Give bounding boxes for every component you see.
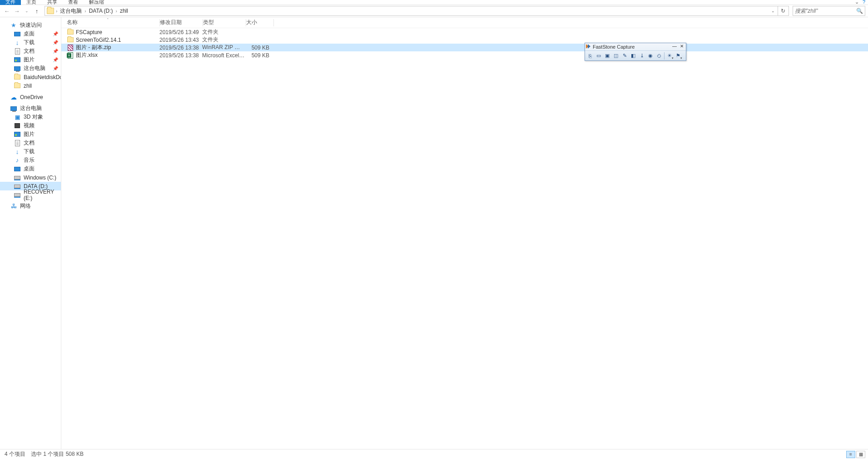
capture-freehand-icon[interactable]: ✎ — [620, 52, 629, 60]
breadcrumb-zhll[interactable]: zhll — [119, 8, 129, 14]
ribbon-help-icon[interactable]: ? — [863, 0, 865, 5]
folder-icon — [14, 75, 20, 80]
capture-window-icon[interactable]: ▭ — [595, 52, 603, 60]
capture-scrolling-icon[interactable]: ⤓ — [638, 52, 646, 60]
sidebar-item-drive-c[interactable]: Windows (C:) — [0, 173, 61, 182]
file-row[interactable]: 图片 - 副本.zip 2019/5/26 13:38 WinRAR ZIP 压… — [61, 44, 868, 51]
capture-fixed-icon[interactable]: ◧ — [629, 52, 637, 60]
picture-icon — [14, 57, 20, 62]
faststone-window[interactable]: FastStone Capture — ✕ ⎘ ▭ ▣ ◫ ✎ ◧ ⤓ ◉ ⏲ … — [585, 43, 686, 61]
column-header-type[interactable]: 类型 — [203, 19, 246, 26]
file-date: 2019/5/26 13:38 — [159, 52, 202, 59]
sidebar-quick-access[interactable]: ★ 快速访问 — [0, 21, 61, 30]
column-separator[interactable] — [273, 19, 274, 26]
up-button[interactable]: ↑ — [33, 7, 41, 15]
excel-icon — [68, 52, 73, 59]
capture-fullscreen-icon[interactable]: ▣ — [603, 52, 611, 60]
search-icon[interactable]: 🔍 — [856, 8, 863, 14]
file-size: 509 KB — [245, 52, 272, 59]
search-input[interactable] — [795, 8, 863, 14]
address-bar[interactable]: › 这台电脑 › DATA (D:) › zhll ⌄ ↻ — [45, 6, 789, 16]
faststone-titlebar[interactable]: FastStone Capture — ✕ — [585, 43, 686, 50]
sidebar-network[interactable]: 🖧 网络 — [0, 202, 61, 210]
sidebar-onedrive[interactable]: ☁ OneDrive — [0, 93, 61, 101]
file-size: 509 KB — [245, 45, 272, 51]
ribbon-tab-home[interactable]: 主页 — [21, 0, 42, 5]
sidebar-item-baidu[interactable]: BaiduNetdiskDo — [0, 73, 61, 81]
sidebar-label: 这台电脑 — [24, 65, 45, 72]
sidebar-label: 文档 — [24, 47, 35, 55]
sidebar-item-3d[interactable]: ▣ 3D 对象 — [0, 113, 61, 121]
close-button[interactable]: ✕ — [679, 43, 685, 49]
column-header-date[interactable]: 修改日期 — [160, 19, 203, 26]
cloud-icon: ☁ — [10, 94, 17, 100]
sidebar-item-videos[interactable]: 视频 — [0, 121, 61, 130]
file-type: 文件夹 — [202, 36, 245, 44]
document-icon — [15, 48, 20, 55]
search-box[interactable]: 🔍 — [793, 6, 865, 16]
breadcrumb-separator-icon[interactable]: › — [84, 9, 86, 14]
document-icon — [15, 140, 20, 146]
sidebar-item-desktop[interactable]: 桌面 📌 — [0, 30, 61, 38]
breadcrumb-separator-icon[interactable]: › — [116, 9, 117, 14]
sidebar-label: Windows (C:) — [24, 175, 56, 181]
file-name: FSCapture — [76, 29, 102, 35]
back-button[interactable]: ← — [3, 7, 11, 15]
ribbon-tab-share[interactable]: 共享 — [42, 0, 63, 5]
sidebar-item-documents[interactable]: 文档 📌 — [0, 47, 61, 55]
sidebar-item-downloads[interactable]: ↓ 下载 — [0, 147, 61, 156]
desktop-icon — [14, 167, 20, 171]
breadcrumb-data-d[interactable]: DATA (D:) — [88, 8, 114, 14]
ribbon-tab-view[interactable]: 查看 — [63, 0, 84, 5]
network-icon: 🖧 — [10, 203, 17, 210]
sidebar-item-documents[interactable]: 文档 — [0, 139, 61, 147]
ribbon-tab-file[interactable]: 文件 — [0, 0, 21, 5]
minimize-button[interactable]: — — [671, 43, 678, 49]
settings-icon[interactable]: ⚑ — [674, 52, 682, 60]
file-date: 2019/5/26 13:38 — [159, 45, 202, 51]
column-header-name[interactable]: 名称 ˄ — [67, 19, 159, 26]
refresh-button[interactable]: ↻ — [778, 6, 788, 15]
sidebar-label: 音乐 — [24, 156, 35, 164]
sidebar-this-pc[interactable]: 这台电脑 — [0, 104, 61, 113]
drive-icon — [14, 185, 20, 188]
capture-active-window-icon[interactable]: ⎘ — [586, 52, 594, 60]
folder-icon — [67, 37, 74, 42]
sidebar-item-drive-e[interactable]: RECOVERY (E:) — [0, 190, 61, 199]
sidebar-item-desktop[interactable]: 桌面 — [0, 165, 61, 173]
zip-icon — [68, 45, 73, 51]
view-large-icons-button[interactable]: ▦ — [856, 451, 865, 458]
delay-capture-icon[interactable]: ⏲ — [655, 52, 663, 60]
file-type: 文件夹 — [202, 28, 245, 36]
recent-dropdown-icon[interactable]: ⌄ — [23, 7, 31, 15]
sidebar-label: 快速访问 — [20, 21, 42, 29]
address-dropdown-icon[interactable]: ⌄ — [769, 9, 777, 13]
sidebar-label: zhll — [24, 83, 32, 89]
status-item-count: 4 个项目 — [5, 450, 25, 458]
file-row[interactable]: 图片.xlsx 2019/5/26 13:38 Microsoft Excel … — [61, 51, 868, 59]
sidebar-label: 下载 — [24, 148, 35, 155]
sidebar-item-zhll[interactable]: zhll — [0, 81, 61, 90]
view-details-button[interactable]: ≡ — [846, 451, 855, 458]
screen-recorder-icon[interactable]: ◉ — [646, 52, 655, 60]
breadcrumb-this-pc[interactable]: 这台电脑 — [59, 7, 83, 15]
file-row[interactable]: ScreenToGif2.14.1 2019/5/26 13:43 文件夹 — [61, 36, 868, 44]
breadcrumb-separator-icon[interactable]: › — [56, 9, 57, 14]
faststone-logo-icon — [586, 44, 591, 50]
sidebar-item-pictures[interactable]: 图片 📌 — [0, 55, 61, 64]
pin-icon: 📌 — [53, 66, 58, 71]
file-type: Microsoft Excel ... — [202, 52, 245, 59]
folder-icon — [47, 8, 54, 14]
file-row[interactable]: FSCapture 2019/5/26 13:49 文件夹 — [61, 28, 868, 36]
column-header-size[interactable]: 大小 — [246, 19, 273, 26]
sidebar-label: 下载 — [24, 39, 35, 46]
forward-button[interactable]: → — [13, 7, 21, 15]
sidebar-item-this-pc[interactable]: 这台电脑 📌 — [0, 64, 61, 73]
sidebar-item-pictures[interactable]: 图片 — [0, 130, 61, 139]
output-options-icon[interactable]: ☀ — [665, 52, 674, 60]
sidebar-item-music[interactable]: ♪ 音乐 — [0, 156, 61, 165]
ribbon-tab-extract[interactable]: 解压缩 — [84, 0, 109, 5]
sidebar-item-downloads[interactable]: ↓ 下载 📌 — [0, 38, 61, 47]
ribbon-collapse-icon[interactable]: ⌄ — [855, 0, 859, 5]
capture-rectangle-icon[interactable]: ◫ — [612, 52, 620, 60]
